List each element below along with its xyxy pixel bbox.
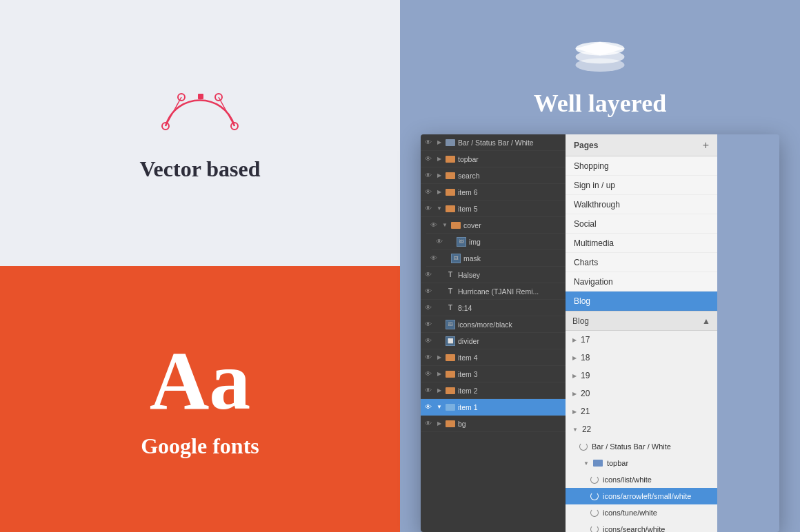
layer-row[interactable]: 👁 ▶ bg	[421, 416, 566, 432]
layer-row[interactable]: 👁 ▶ topbar	[421, 151, 566, 167]
page-item-multimedia[interactable]: Multimedia	[566, 234, 717, 253]
layer-row[interactable]: 👁 ▼ cover	[426, 217, 566, 234]
folder-icon	[446, 139, 455, 146]
layer-row[interactable]: 👁 ▶ search	[421, 167, 566, 184]
layer-row[interactable]: 👁 ▶ Bar / Status Bar / White	[421, 134, 566, 151]
layer-name: mask	[463, 254, 481, 263]
folder-icon	[446, 172, 455, 179]
layer-row[interactable]: 👁 ▶ item 4	[421, 349, 566, 366]
eye-icon: 👁	[423, 402, 433, 412]
eye-icon: 👁	[429, 221, 439, 230]
layer-row[interactable]: 👁 ▶ item 2	[421, 382, 566, 399]
page-item-social[interactable]: Social	[566, 214, 717, 234]
expand-icon: ▼	[583, 460, 589, 467]
eye-icon: 👁	[423, 204, 433, 214]
collapse-icon[interactable]: ▲	[702, 316, 710, 326]
blog-item-18[interactable]: ▶ 18	[566, 349, 717, 367]
folder-icon	[446, 156, 455, 163]
image-icon: 🖼	[451, 254, 461, 263]
layers-panel[interactable]: 👁 ▶ Bar / Status Bar / White 👁 ▶ topbar …	[421, 134, 566, 532]
blog-item-22[interactable]: ▼ 22	[566, 420, 717, 438]
layer-name: cover	[463, 221, 481, 229]
folder-icon	[593, 460, 603, 467]
layer-row[interactable]: 👁 ▶ T 8:14	[421, 300, 566, 316]
font-display: Aa	[150, 340, 251, 422]
sub-item-topbar[interactable]: ▼ topbar	[566, 455, 717, 471]
blog-item-label: 18	[581, 353, 590, 362]
layer-row[interactable]: 👁 ▼ item 1	[421, 399, 566, 416]
sub-item-icons-arrowleft[interactable]: icons/arrowleft/small/white	[566, 488, 717, 504]
sub-item-icons-search[interactable]: icons/search/white	[566, 521, 717, 532]
blog-section: Blog ▲ ▶ 17 ▶ 18 ▶ 19 ▶ 20	[566, 311, 717, 532]
blog-item-label: 20	[581, 389, 590, 398]
page-item-signin[interactable]: Sign in / up	[566, 176, 717, 195]
blog-header: Blog ▲	[566, 311, 717, 331]
folder-icon	[446, 420, 455, 427]
arrow-icon: ▼	[436, 205, 443, 212]
blog-item-label: 21	[581, 407, 590, 416]
layer-row[interactable]: 👁 ▼ item 5	[421, 201, 566, 217]
arrow-icon: ▼	[436, 404, 443, 411]
text-layer-icon: T	[446, 270, 455, 280]
eye-icon: 👁	[429, 254, 439, 263]
blog-item-19[interactable]: ▶ 19	[566, 367, 717, 385]
blog-item-label: 22	[582, 424, 591, 434]
blog-item-20[interactable]: ▶ 20	[566, 385, 717, 402]
expand-icon: ▶	[572, 391, 577, 397]
sub-item-label: icons/search/white	[603, 525, 666, 532]
font-title: Google fonts	[141, 433, 259, 459]
folder-icon	[446, 354, 455, 361]
sub-item-icons-list[interactable]: icons/list/white	[566, 471, 717, 488]
add-page-button[interactable]: +	[703, 140, 709, 151]
folder-icon	[446, 205, 455, 212]
left-panel: Vector based Aa Google fonts	[0, 0, 400, 532]
blog-item-label: 17	[581, 335, 590, 345]
right-sidebar: Pages + Shopping Sign in / up Walkthroug…	[566, 134, 717, 532]
layer-row[interactable]: 👁 ▶ T Hurricane (TJANI Remi...	[421, 283, 566, 300]
blog-item-17[interactable]: ▶ 17	[566, 331, 717, 349]
pages-header: Pages +	[566, 134, 717, 156]
image-icon: 🖼	[457, 237, 466, 247]
expand-icon: ▶	[572, 337, 577, 343]
layer-name: bg	[458, 420, 466, 428]
component-icon	[590, 475, 599, 484]
folder-icon	[446, 387, 455, 394]
eye-icon: 👁	[423, 336, 433, 346]
arrow-icon: ▶	[436, 371, 443, 378]
svg-rect-5	[198, 94, 203, 99]
eye-icon: 👁	[434, 237, 444, 247]
page-item-walkthrough[interactable]: Walkthrough	[566, 195, 717, 214]
page-item-charts[interactable]: Charts	[566, 253, 717, 272]
sub-item-icons-tune[interactable]: icons/tune/white	[566, 504, 717, 521]
layer-row[interactable]: 👁 ▶ T Halsey	[421, 267, 566, 283]
arrow-icon: ▶	[436, 172, 443, 179]
layer-row[interactable]: 👁 ▶ 🖼 mask	[426, 250, 566, 267]
arrow-icon: ▶	[436, 354, 443, 361]
arrow-icon: ▶	[436, 420, 443, 427]
blog-item-label: 19	[581, 371, 590, 380]
arrow-icon: ▶	[436, 387, 443, 394]
layer-row[interactable]: 👁 ▶ 🖼 icons/more/black	[421, 316, 566, 333]
page-item-navigation[interactable]: Navigation	[566, 272, 717, 291]
vector-title: Vector based	[139, 156, 260, 182]
layer-name: item 6	[458, 188, 478, 196]
layer-row[interactable]: 👁 ▶ ⬜ divider	[421, 333, 566, 349]
eye-icon: 👁	[423, 303, 433, 313]
page-item-shopping[interactable]: Shopping	[566, 156, 717, 176]
layer-name: Hurricane (TJANI Remi...	[458, 287, 539, 296]
expand-icon: ▶	[572, 409, 577, 415]
layer-row[interactable]: 👁 ▶ item 6	[421, 184, 566, 201]
component-icon	[579, 442, 588, 451]
folder-icon	[446, 404, 455, 411]
arrow-icon: ▶	[436, 189, 443, 196]
component-icon	[590, 509, 599, 517]
sub-item-statusbar[interactable]: Bar / Status Bar / White	[566, 438, 717, 455]
layer-row[interactable]: 👁 ▶ 🖼 img	[432, 234, 566, 250]
component-icon	[590, 525, 599, 532]
layer-name: Halsey	[458, 271, 480, 279]
layer-row[interactable]: 👁 ▶ item 3	[421, 366, 566, 382]
layer-name: item 3	[458, 370, 478, 378]
eye-icon: 👁	[423, 138, 433, 147]
blog-item-21[interactable]: ▶ 21	[566, 402, 717, 420]
page-item-blog[interactable]: Blog	[566, 291, 717, 311]
